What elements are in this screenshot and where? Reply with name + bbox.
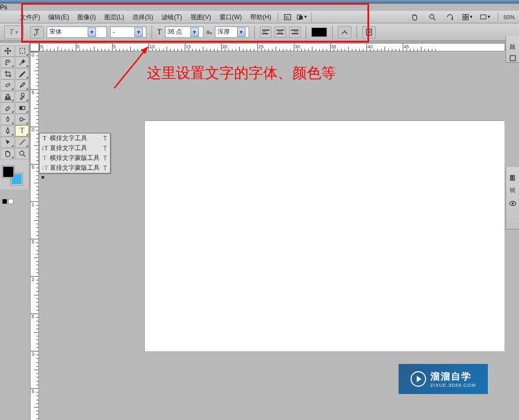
font-family-combo[interactable]: 宋体 ▼ (47, 26, 107, 38)
chevron-down-icon: ▼ (88, 28, 96, 37)
menu-image[interactable]: 图像(I) (73, 12, 100, 22)
separator (498, 12, 498, 22)
flyout-horizontal-type-mask[interactable]: T横排文字蒙版工具 T (39, 153, 110, 163)
bridge-button[interactable]: Br (282, 12, 293, 22)
align-left-button[interactable] (260, 26, 271, 38)
zoom-tool[interactable] (15, 148, 29, 159)
gradient-tool[interactable] (15, 102, 29, 114)
svg-point-19 (512, 202, 514, 205)
hand-tool-shortcut[interactable] (409, 12, 420, 22)
separator (152, 25, 152, 39)
document-canvas[interactable] (145, 121, 504, 351)
font-family-value: 宋体 (49, 28, 86, 36)
reveal-button[interactable]: ▼ (296, 12, 308, 22)
menu-view[interactable]: 视图(V) (186, 12, 215, 22)
svg-rect-17 (510, 56, 515, 61)
menu-filter[interactable]: 滤镜(T) (157, 12, 186, 22)
menu-help[interactable]: 帮助(H) (246, 12, 276, 22)
hand-tool[interactable] (1, 148, 15, 159)
flyout-label: 直排文字工具 (50, 144, 87, 153)
svg-text:Br: Br (285, 16, 290, 19)
flyout-key: T (103, 145, 107, 152)
zoom-tool-shortcut[interactable] (427, 12, 438, 22)
menu-file[interactable]: 文件(F) (16, 12, 44, 22)
stamp-tool[interactable] (1, 91, 15, 102)
horizontal-ruler[interactable]: 5051015202530354045 (39, 43, 504, 51)
shape-tool[interactable] (15, 137, 29, 148)
ps-logo: Ps (0, 4, 519, 11)
history-brush-tool[interactable] (15, 91, 29, 102)
flyout-key: T (103, 155, 107, 162)
anti-alias-icon: aₐ (207, 29, 212, 35)
default-colors-icon[interactable] (8, 199, 13, 204)
marquee-tool[interactable] (15, 45, 29, 57)
eraser-tool[interactable] (1, 102, 15, 114)
anti-alias-combo[interactable]: 浑厚 ▼ (215, 26, 249, 38)
menu-bar: 文件(F) 编辑(E) 图像(I) 图层(L) 选择(S) 滤镜(T) 视图(V… (0, 11, 519, 23)
warp-text-button[interactable] (338, 26, 351, 38)
svg-rect-12 (5, 83, 10, 87)
font-size-icon: T (157, 28, 162, 36)
watermark-sub: ZIXUE.3D66.COM (430, 383, 476, 388)
path-select-tool[interactable] (1, 137, 15, 148)
zoom-level-label[interactable]: 50% (503, 14, 515, 20)
flyout-key: T (103, 165, 107, 172)
foreground-color-swatch[interactable] (2, 166, 15, 178)
flyout-key: T (103, 135, 107, 142)
character-panel-button[interactable] (362, 26, 376, 38)
flyout-label: 直排文字蒙版工具 (50, 164, 100, 172)
svg-rect-7 (463, 17, 465, 19)
annotation-text: 这里设置文字的字体、颜色等 (147, 63, 336, 83)
move-tool[interactable] (1, 45, 15, 57)
separator (254, 25, 255, 39)
screen-mode-button[interactable]: ▼ (480, 12, 491, 22)
text-orientation-toggle[interactable] (30, 26, 44, 38)
blur-tool[interactable] (1, 114, 15, 125)
flyout-horizontal-type[interactable]: T横排文字工具 T (39, 133, 110, 143)
vertical-ruler[interactable]: 05051525354 (30, 51, 39, 420)
panel-stub-color[interactable]: 颜 (506, 36, 519, 63)
options-bar: T ▼ 宋体 ▼ - ▼ T 36 点 ▼ aₐ 浑厚 ▼ (0, 23, 519, 41)
svg-rect-6 (466, 14, 468, 16)
tool-preset-picker[interactable]: T ▼ (4, 25, 24, 39)
brush-tool[interactable] (15, 79, 29, 91)
type-tool[interactable]: T (15, 125, 29, 137)
watermark: 溜溜自学 ZIXUE.3D66.COM (399, 364, 488, 394)
text-color-swatch[interactable] (311, 28, 327, 37)
crop-tool[interactable] (1, 68, 15, 79)
menu-window[interactable]: 窗口(W) (215, 12, 246, 22)
arrange-docs-button[interactable]: ▼ (462, 12, 473, 22)
rotate-view-shortcut[interactable] (444, 12, 456, 22)
eyedropper-tool[interactable] (15, 68, 29, 79)
svg-rect-9 (481, 15, 486, 19)
fg-bg-colors[interactable] (2, 166, 23, 185)
font-style-combo[interactable]: - ▼ (110, 26, 146, 38)
dodge-tool[interactable] (15, 114, 29, 125)
ruler-origin[interactable] (30, 43, 39, 51)
flyout-vertical-type[interactable]: ↓T直排文字工具 T (39, 143, 110, 153)
align-right-button[interactable] (289, 26, 301, 38)
lasso-tool[interactable] (1, 57, 15, 68)
menu-layer[interactable]: 图层(L) (100, 12, 129, 22)
chevron-down-icon: ▼ (237, 28, 245, 37)
flyout-vertical-type-mask[interactable]: ↓T直排文字蒙版工具 T (39, 163, 110, 173)
play-icon (411, 371, 426, 387)
separator (306, 25, 306, 39)
svg-rect-10 (366, 29, 372, 35)
font-size-combo[interactable]: 36 点 ▼ (165, 26, 203, 38)
flyout-label: 横排文字工具 (50, 134, 87, 143)
separator (332, 25, 333, 39)
default-colors-icon[interactable] (2, 199, 7, 204)
menu-edit[interactable]: 编辑(E) (44, 12, 73, 22)
svg-point-4 (430, 15, 434, 19)
svg-rect-3 (299, 16, 303, 19)
svg-rect-11 (20, 48, 25, 53)
healing-tool[interactable] (1, 79, 15, 91)
wand-tool[interactable] (15, 57, 29, 68)
panel-stub-layers[interactable]: 图层 正 锁 (506, 167, 519, 229)
pen-tool[interactable] (1, 125, 15, 137)
menu-select[interactable]: 选择(S) (128, 12, 157, 22)
separator (278, 12, 278, 22)
separator (357, 25, 357, 39)
align-center-button[interactable] (275, 26, 286, 38)
